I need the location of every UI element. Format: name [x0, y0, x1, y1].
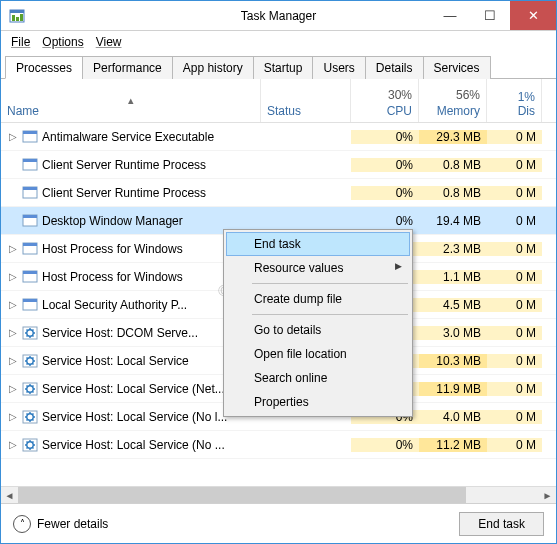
expand-icon[interactable]: ▷: [7, 131, 18, 142]
fewer-details-label: Fewer details: [37, 517, 108, 531]
column-headers: ▴ Name Status 30% CPU 56% Memory 1% Dis: [1, 79, 556, 123]
sort-indicator-icon: ▴: [7, 94, 254, 104]
scroll-right-icon[interactable]: ►: [539, 487, 556, 504]
tab-processes[interactable]: Processes: [5, 56, 83, 79]
memory-cell: 4.5 MB: [419, 298, 487, 312]
disk-cell: 0 M: [487, 158, 542, 172]
menu-file[interactable]: File: [5, 33, 36, 51]
application-icon: [22, 157, 38, 173]
content-area: ▴ Name Status 30% CPU 56% Memory 1% Dis …: [1, 79, 556, 503]
tab-services[interactable]: Services: [423, 56, 491, 79]
tab-details[interactable]: Details: [365, 56, 424, 79]
disk-usage-pct: 1%: [518, 90, 535, 104]
gear-icon: [22, 325, 38, 341]
app-icon: [9, 8, 25, 24]
end-task-button[interactable]: End task: [459, 512, 544, 536]
process-name-cell: ▷Service Host: Local Service: [1, 353, 261, 369]
ctx-open-location[interactable]: Open file location: [226, 342, 410, 366]
process-name-cell: ▷Host Process for Windows: [1, 241, 261, 257]
ctx-resource-values[interactable]: Resource values: [226, 256, 410, 280]
memory-cell: 10.3 MB: [419, 354, 487, 368]
process-name: Antimalware Service Executable: [42, 130, 214, 144]
col-cpu-label: CPU: [387, 104, 412, 118]
process-name: Service Host: Local Service: [42, 354, 189, 368]
expand-icon[interactable]: ▷: [7, 271, 18, 282]
scroll-track[interactable]: [18, 487, 539, 504]
process-name: Service Host: DCOM Serve...: [42, 326, 198, 340]
col-name[interactable]: ▴ Name: [1, 79, 261, 122]
tab-app-history[interactable]: App history: [172, 56, 254, 79]
ctx-separator: [252, 314, 408, 315]
close-button[interactable]: ✕: [510, 1, 556, 30]
expand-icon[interactable]: ▷: [7, 243, 18, 254]
col-status-label: Status: [267, 104, 344, 118]
expand-icon[interactable]: ▷: [7, 355, 18, 366]
svg-rect-12: [23, 215, 37, 218]
disk-cell: 0 M: [487, 354, 542, 368]
process-name-cell: ▷Antimalware Service Executable: [1, 129, 261, 145]
gear-icon: [22, 353, 38, 369]
memory-cell: 0.8 MB: [419, 186, 487, 200]
ctx-end-task[interactable]: End task: [226, 232, 410, 256]
process-name: Service Host: Local Service (No ...: [42, 438, 225, 452]
table-row[interactable]: ▷Antimalware Service Executable0%29.3 MB…: [1, 123, 556, 151]
svg-rect-2: [12, 15, 15, 21]
minimize-button[interactable]: —: [430, 1, 470, 30]
footer: ˄ Fewer details End task: [1, 503, 556, 543]
process-name-cell: ▷Service Host: Local Service (Net...: [1, 381, 261, 397]
disk-cell: 0 M: [487, 186, 542, 200]
memory-cell: 11.9 MB: [419, 382, 487, 396]
process-name: Client Server Runtime Process: [42, 158, 206, 172]
process-name-cell: Client Server Runtime Process: [1, 157, 261, 173]
memory-cell: 4.0 MB: [419, 410, 487, 424]
maximize-button[interactable]: ☐: [470, 1, 510, 30]
menu-view[interactable]: View: [90, 33, 128, 51]
memory-cell: 19.4 MB: [419, 214, 487, 228]
process-name-cell: ▷Host Process for Windows: [1, 269, 261, 285]
titlebar[interactable]: Task Manager — ☐ ✕: [1, 1, 556, 31]
process-name: Service Host: Local Service (Net...: [42, 382, 225, 396]
scroll-left-icon[interactable]: ◄: [1, 487, 18, 504]
tab-users[interactable]: Users: [312, 56, 365, 79]
table-row[interactable]: Client Server Runtime Process0%0.8 MB0 M: [1, 151, 556, 179]
ctx-separator: [252, 283, 408, 284]
expand-icon[interactable]: ▷: [7, 411, 18, 422]
gear-icon: [22, 381, 38, 397]
application-icon: [22, 129, 38, 145]
menu-options[interactable]: Options: [36, 33, 89, 51]
table-row[interactable]: ▷Service Host: Local Service (No ...0%11…: [1, 431, 556, 459]
col-disk[interactable]: 1% Dis: [487, 79, 542, 122]
tab-performance[interactable]: Performance: [82, 56, 173, 79]
ctx-properties[interactable]: Properties: [226, 390, 410, 414]
expand-icon[interactable]: ▷: [7, 299, 18, 310]
process-name-cell: ▷Local Security Authority P...: [1, 297, 261, 313]
ctx-search-online[interactable]: Search online: [226, 366, 410, 390]
ctx-go-details[interactable]: Go to details: [226, 318, 410, 342]
col-status[interactable]: Status: [261, 79, 351, 122]
tab-startup[interactable]: Startup: [253, 56, 314, 79]
disk-cell: 0 M: [487, 242, 542, 256]
application-icon: [22, 213, 38, 229]
application-icon: [22, 297, 38, 313]
ctx-create-dump[interactable]: Create dump file: [226, 287, 410, 311]
col-cpu[interactable]: 30% CPU: [351, 79, 419, 122]
tabstrip: Processes Performance App history Startu…: [1, 55, 556, 79]
cpu-cell: 0%: [351, 438, 419, 452]
process-name: Host Process for Windows: [42, 270, 183, 284]
memory-cell: 11.2 MB: [419, 438, 487, 452]
disk-cell: 0 M: [487, 130, 542, 144]
col-memory[interactable]: 56% Memory: [419, 79, 487, 122]
disk-cell: 0 M: [487, 438, 542, 452]
table-row[interactable]: Client Server Runtime Process0%0.8 MB0 M: [1, 179, 556, 207]
task-manager-window: Task Manager — ☐ ✕ File Options View Pro…: [0, 0, 557, 544]
process-name-cell: ▷Service Host: Local Service (No l...: [1, 409, 261, 425]
menubar: File Options View: [1, 31, 556, 53]
expand-icon[interactable]: ▷: [7, 439, 18, 450]
expand-icon[interactable]: ▷: [7, 383, 18, 394]
fewer-details-button[interactable]: ˄ Fewer details: [13, 515, 108, 533]
scroll-thumb[interactable]: [18, 487, 466, 504]
svg-rect-4: [20, 14, 23, 21]
cpu-cell: 0%: [351, 158, 419, 172]
expand-icon[interactable]: ▷: [7, 327, 18, 338]
horizontal-scrollbar[interactable]: ◄ ►: [1, 486, 556, 503]
